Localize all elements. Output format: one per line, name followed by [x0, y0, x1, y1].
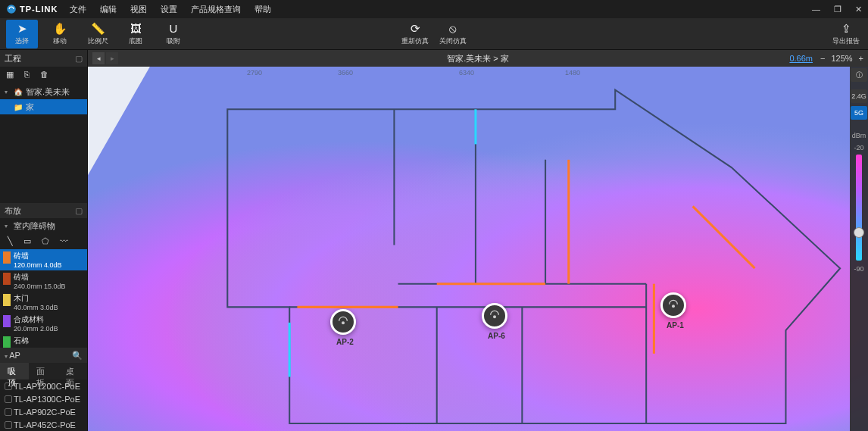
tab-ceiling[interactable]: 吸顶: [0, 363, 29, 379]
canvas-topbar: ◂ ▸ 智家.美未来 > 家 0.66m − 125% +: [88, 50, 868, 67]
zoom-out-icon[interactable]: −: [820, 54, 825, 63]
tool-pan[interactable]: ✋移动: [44, 20, 76, 48]
tool-snap[interactable]: U吸附: [158, 20, 189, 48]
maximize-icon[interactable]: ❐: [834, 5, 841, 14]
heatmap-layer: [88, 67, 868, 431]
rect-tool-icon[interactable]: ▭: [23, 236, 31, 246]
brand-text: TP-LINK: [20, 5, 58, 14]
canvas-area: ◂ ▸ 智家.美未来 > 家 0.66m − 125% +: [88, 50, 868, 431]
tool-baseimage[interactable]: 🖼底图: [120, 20, 151, 48]
menu-view[interactable]: 视图: [130, 4, 147, 15]
svg-rect-4: [88, 67, 868, 431]
hand-icon: ✋: [53, 22, 67, 36]
color-swatch: [3, 336, 11, 348]
tree-root[interactable]: ▾🏠智家.美未来: [0, 84, 87, 99]
ap-list-item[interactable]: TL-AP902C-PoE: [0, 405, 87, 418]
ap-list: TL-AP1200C-PoE TL-AP1300C-PoE TL-AP902C-…: [0, 379, 87, 431]
ap-tabs: 吸顶 面板 桌面: [0, 363, 87, 379]
scale-bot: -90: [854, 265, 863, 273]
signal-rail: ⓘ 2.4G 5G dBm -20 -90: [850, 67, 868, 431]
project-title: 工程: [5, 53, 21, 64]
ap-marker[interactable]: [482, 303, 507, 329]
refresh-icon: ⟳: [411, 22, 420, 36]
project-panel-head: 工程 ▢: [0, 50, 87, 67]
panel-collapse-icon[interactable]: ▢: [75, 54, 83, 64]
floorplan-canvas[interactable]: 2790 3660 6340 1480 AP-2 AP-6 AP-1 ⓘ 2.4…: [88, 67, 868, 431]
line-tool-icon[interactable]: ╲: [8, 236, 13, 246]
gradient-handle[interactable]: [854, 227, 864, 238]
ap-marker[interactable]: [660, 292, 686, 318]
tool-select[interactable]: ➤选择: [6, 20, 38, 48]
export-icon: ⇪: [841, 22, 851, 36]
scale-value[interactable]: 0.66m: [789, 54, 813, 63]
zoom-in-icon[interactable]: +: [859, 54, 863, 63]
path-tool-icon[interactable]: 〰: [60, 236, 68, 246]
band-5g[interactable]: 5G: [851, 106, 867, 120]
band-24g[interactable]: 2.4G: [851, 89, 867, 103]
logo-icon: [6, 4, 17, 14]
ap-icon: [337, 316, 349, 328]
window-controls: — ❐ ✕: [812, 5, 862, 14]
nav-fwd-icon[interactable]: ▸: [106, 52, 118, 64]
ap-icon: [667, 299, 679, 311]
material-item[interactable]: 石棉: [0, 334, 87, 348]
zoom-controls: − 125% +: [820, 54, 863, 63]
svg-point-13: [342, 321, 345, 324]
ap-list-item[interactable]: TL-AP1200C-PoE: [0, 379, 87, 392]
copy-icon[interactable]: ⎘: [24, 70, 30, 80]
dim-label: 2790: [247, 69, 262, 77]
tool-export[interactable]: ⇪导出报告: [830, 20, 862, 48]
minimize-icon[interactable]: —: [812, 5, 820, 14]
ap-list-item[interactable]: TL-AP1300C-PoE: [0, 392, 87, 405]
dim-label: 1480: [565, 69, 580, 77]
ap-label: AP-1: [667, 321, 684, 329]
delete-icon[interactable]: 🗑: [40, 70, 48, 80]
material-item[interactable]: 合成材料20.0mm 2.0dB: [0, 313, 87, 334]
svg-point-0: [7, 5, 16, 14]
obstacles-header[interactable]: ▾室内障碍物: [0, 218, 87, 233]
toolbar-right: ⇪导出报告: [830, 20, 862, 48]
app-logo: TP-LINK: [6, 4, 58, 14]
ap-marker[interactable]: [330, 309, 356, 335]
cursor-icon: ➤: [17, 22, 27, 36]
tool-resim[interactable]: ⟳重新仿真: [399, 20, 431, 48]
toolbar: ➤选择 ✋移动 📏比例尺 🖼底图 U吸附 ⟳重新仿真 ⦸关闭仿真 ⇪导出报告: [0, 18, 868, 50]
new-icon[interactable]: ▦: [6, 70, 14, 80]
color-swatch: [3, 273, 11, 285]
material-item[interactable]: 砖墙120.0mm 4.0dB: [0, 249, 87, 270]
image-icon: 🖼: [130, 22, 142, 36]
material-item[interactable]: 木门40.0mm 3.0dB: [0, 292, 87, 313]
signal-gradient[interactable]: [856, 155, 862, 261]
zoom-level: 125%: [831, 54, 852, 63]
nav-history: ◂ ▸: [92, 52, 118, 64]
poly-tool-icon[interactable]: ⬠: [42, 236, 49, 246]
nav-back-icon[interactable]: ◂: [92, 52, 105, 64]
layout-panel-head: 布放 ▢: [0, 203, 87, 218]
ruler-icon: 📏: [91, 22, 105, 36]
material-list: 砖墙120.0mm 4.0dB 砖墙240.0mm 15.0dB 木门40.0m…: [0, 249, 87, 348]
panel-expand-icon[interactable]: ▢: [75, 206, 83, 216]
menu-settings[interactable]: 设置: [161, 4, 177, 15]
menu-spec[interactable]: 产品规格查询: [191, 4, 241, 15]
close-icon[interactable]: ✕: [855, 5, 862, 14]
toolbar-center: ⟳重新仿真 ⦸关闭仿真: [399, 20, 469, 48]
menu-edit[interactable]: 编辑: [100, 4, 117, 15]
tree-child[interactable]: 📁家: [0, 99, 87, 114]
menu-help[interactable]: 帮助: [254, 4, 271, 15]
info-icon[interactable]: ⓘ: [851, 68, 867, 82]
svg-point-14: [493, 315, 496, 318]
tab-panel[interactable]: 面板: [29, 363, 58, 379]
color-swatch: [3, 315, 11, 327]
ap-list-item[interactable]: TL-AP452C-PoE: [0, 418, 87, 431]
menu-file[interactable]: 文件: [70, 4, 86, 15]
search-icon[interactable]: 🔍: [72, 351, 83, 361]
folder-icon: 📁: [14, 103, 23, 111]
material-item[interactable]: 砖墙240.0mm 15.0dB: [0, 270, 87, 292]
tool-sim-off[interactable]: ⦸关闭仿真: [437, 20, 469, 48]
tool-ruler[interactable]: 📏比例尺: [82, 20, 114, 48]
ap-panel-head: ▾ AP 🔍: [0, 348, 87, 363]
breadcrumb[interactable]: 智家.美未来 > 家: [447, 53, 509, 64]
unit-label: dBm: [852, 132, 866, 139]
sidebar: 工程 ▢ ▦ ⎘ 🗑 ▾🏠智家.美未来 📁家 布放 ▢ ▾室内障碍物 ╲ ▭ ⬠…: [0, 50, 88, 431]
tab-desktop[interactable]: 桌面: [58, 363, 87, 379]
